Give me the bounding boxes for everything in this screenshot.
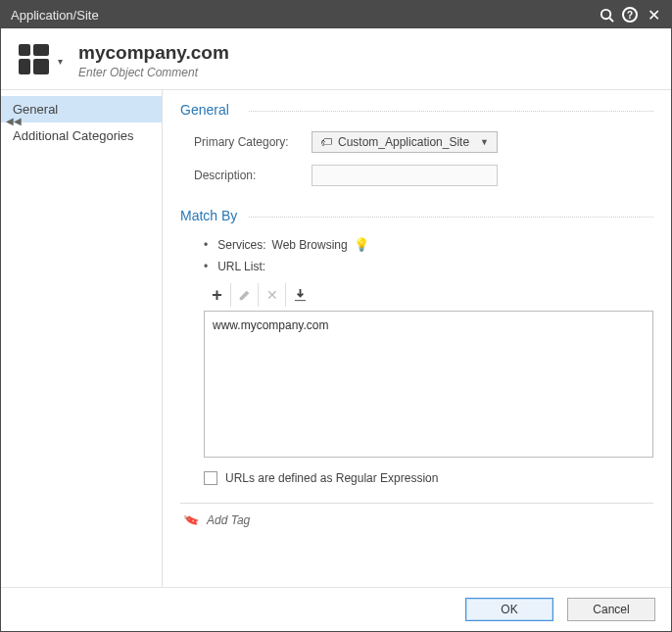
regex-label: URLs are defined as Regular Expression (225, 471, 438, 485)
delete-url-button[interactable]: ✕ (259, 283, 286, 307)
object-header: ▾ (1, 28, 671, 90)
sidebar-item-additional-categories[interactable]: Additional Categories (1, 122, 162, 149)
description-label: Description: (194, 169, 302, 182)
dialog-footer: OK Cancel (1, 587, 671, 631)
sidebar-item-label: Additional Categories (13, 128, 134, 143)
url-list-label-row: • URL List: (204, 260, 653, 273)
url-list-label: URL List: (217, 260, 265, 273)
tag-icon: 🏷 (320, 135, 332, 149)
primary-category-value: Custom_Application_Site (338, 135, 469, 149)
primary-category-label: Primary Category: (194, 135, 302, 149)
hint-bulb-icon[interactable]: 💡 (354, 237, 369, 252)
application-site-dialog: Application/Site ? ✕ ▾ ◀◀ General Additi… (0, 0, 672, 632)
url-list-toolbar: + ✕ (204, 283, 653, 307)
object-comment-input[interactable] (78, 66, 470, 79)
add-url-button[interactable]: + (204, 283, 231, 307)
bullet-icon: • (204, 238, 208, 252)
object-name-input[interactable] (78, 42, 470, 64)
cancel-button[interactable]: Cancel (567, 598, 655, 621)
import-url-button[interactable] (286, 283, 313, 307)
services-row: • Services: Web Browsing 💡 (204, 237, 653, 252)
sidebar-collapse-icon[interactable]: ◀◀ (6, 116, 22, 126)
titlebar: Application/Site ? ✕ (1, 1, 671, 28)
ok-button[interactable]: OK (465, 598, 553, 621)
services-value: Web Browsing (272, 238, 348, 252)
url-list[interactable]: www.mycompany.com (204, 311, 653, 458)
primary-category-select[interactable]: 🏷 Custom_Application_Site ▼ (312, 131, 498, 153)
icon-picker-caret[interactable]: ▾ (56, 54, 65, 69)
regex-checkbox-row: URLs are defined as Regular Expression (204, 471, 653, 485)
content-panel: General Primary Category: 🏷 Custom_Appli… (163, 90, 671, 587)
section-title-general: General (180, 102, 653, 120)
svg-text:?: ? (627, 10, 633, 21)
svg-line-1 (609, 18, 613, 22)
sidebar-item-general[interactable]: General (1, 96, 162, 122)
section-title-matchby: Match By (180, 208, 653, 225)
divider (180, 503, 653, 504)
svg-point-0 (600, 9, 609, 18)
close-icon[interactable]: ✕ (642, 3, 665, 26)
application-icon (19, 44, 52, 77)
help-icon[interactable]: ? (618, 3, 642, 26)
edit-url-button[interactable] (231, 283, 259, 307)
bullet-icon: • (204, 260, 208, 273)
url-list-item[interactable]: www.mycompany.com (213, 317, 645, 333)
services-label: Services: (217, 238, 265, 252)
chevron-down-icon: ▼ (480, 137, 489, 147)
add-tag-button[interactable]: 🔖 Add Tag (184, 513, 653, 527)
description-input[interactable] (312, 165, 498, 186)
window-title: Application/Site (11, 8, 595, 23)
sidebar-item-label: General (13, 102, 58, 117)
tag-icon: 🔖 (182, 511, 201, 529)
add-tag-label: Add Tag (207, 513, 250, 527)
sidebar: General Additional Categories (1, 90, 163, 587)
regex-checkbox[interactable] (204, 471, 217, 485)
search-icon[interactable] (595, 3, 618, 26)
